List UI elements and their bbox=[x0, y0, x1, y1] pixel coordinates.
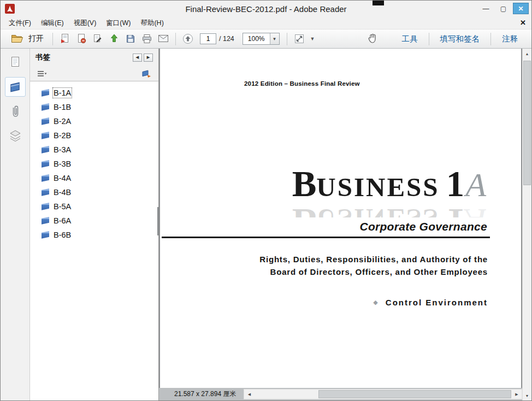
toolbar-overflow-icon[interactable]: ▼ bbox=[308, 36, 318, 42]
zoom-value[interactable]: 100% bbox=[243, 35, 270, 43]
scroll-down-icon[interactable]: ▼ bbox=[523, 391, 531, 400]
scroll-right-icon[interactable]: ▶ bbox=[512, 390, 522, 399]
tools-link[interactable]: 工具 bbox=[395, 34, 425, 44]
folder-open-icon bbox=[11, 33, 24, 45]
vertical-scroll-track[interactable] bbox=[523, 58, 531, 391]
bullet-row: ◆ Control Environment bbox=[373, 298, 488, 307]
export-pdf-icon[interactable] bbox=[73, 31, 90, 46]
expand-panel-icon[interactable]: ▶ bbox=[144, 54, 153, 62]
collapse-panel-icon[interactable]: ◀ bbox=[133, 54, 142, 62]
toolbar-separator bbox=[52, 33, 53, 45]
vertical-scroll-thumb[interactable] bbox=[523, 61, 531, 185]
bookmark-icon bbox=[42, 188, 49, 196]
close-document-icon[interactable]: ✕ bbox=[520, 19, 526, 27]
bookmarks-panel-header: 书签 ◀ ▶ bbox=[30, 49, 158, 66]
zoom-dropdown-icon[interactable]: ▼ bbox=[270, 33, 279, 44]
divider-rule bbox=[162, 237, 490, 238]
bookmark-item[interactable]: B-4A bbox=[30, 171, 158, 185]
horizontal-scroll-thumb[interactable] bbox=[318, 390, 511, 398]
bookmark-item[interactable]: B-6A bbox=[30, 214, 158, 228]
document-status-bar: 21.587 x 27.894 厘米 ◀ ▶ bbox=[159, 388, 522, 400]
sign-icon[interactable] bbox=[90, 31, 106, 46]
fit-window-icon[interactable] bbox=[291, 31, 308, 46]
goto-bookmark-icon[interactable] bbox=[139, 68, 153, 80]
page-up-icon[interactable] bbox=[180, 31, 196, 46]
bookmark-item[interactable]: B-1A bbox=[30, 86, 158, 100]
toolbar: 打开 / 124 100% ▼ bbox=[1, 29, 531, 49]
logo-reflection: BUSINESS1A bbox=[292, 203, 486, 217]
create-pdf-icon[interactable] bbox=[57, 31, 73, 46]
panel-header-buttons: ◀ ▶ bbox=[133, 54, 153, 62]
document-area: 2012 Edition – Business Final Review BUS… bbox=[159, 49, 522, 400]
window-controls: — ▢ ✕ bbox=[478, 3, 529, 14]
open-button-label: 打开 bbox=[28, 34, 44, 44]
toolbar-separator bbox=[175, 33, 176, 45]
menu-edit[interactable]: 编辑(E) bbox=[36, 17, 69, 29]
save-icon[interactable] bbox=[122, 31, 139, 46]
bookmarks-panel-title: 书签 bbox=[36, 52, 50, 62]
bookmarks-toolbar bbox=[30, 66, 158, 81]
bookmark-item[interactable]: B-3A bbox=[30, 143, 158, 157]
bookmark-item[interactable]: B-4B bbox=[30, 185, 158, 199]
page-number-input[interactable] bbox=[200, 33, 216, 44]
bookmark-icon bbox=[42, 217, 49, 225]
page-size-label: 21.587 x 27.894 厘米 bbox=[174, 390, 236, 399]
toolbar-separator bbox=[490, 33, 491, 45]
open-button[interactable]: 打开 bbox=[6, 31, 49, 46]
menu-help[interactable]: 帮助(H) bbox=[135, 17, 168, 29]
page-thumbnails-icon[interactable] bbox=[5, 52, 26, 72]
business-logo: BUSINESS1A BUSINESS1A bbox=[292, 166, 486, 217]
menu-view[interactable]: 视图(V) bbox=[69, 17, 102, 29]
bullet-label: Control Environment bbox=[386, 298, 488, 307]
toolbar-separator bbox=[287, 33, 287, 45]
bookmark-icon bbox=[42, 231, 49, 239]
bookmarks-panel-icon[interactable] bbox=[5, 77, 26, 97]
bookmark-icon bbox=[42, 203, 49, 210]
bookmark-item[interactable]: B-1B bbox=[30, 100, 158, 114]
bookmark-item[interactable]: B-5A bbox=[30, 199, 158, 214]
layers-icon[interactable] bbox=[5, 126, 26, 146]
titlebar: Final-Review-BEC-2012.pdf - Adobe Reader… bbox=[1, 1, 531, 17]
vertical-scrollbar[interactable]: ▲ ▼ bbox=[522, 49, 531, 400]
horizontal-scrollbar[interactable]: ◀ ▶ bbox=[244, 389, 522, 399]
bookmark-icon bbox=[42, 132, 49, 139]
minimize-button[interactable]: — bbox=[478, 3, 494, 14]
page-heading: Rights, Duties, Responsibilities, and Au… bbox=[259, 253, 488, 278]
bookmark-icon bbox=[42, 146, 49, 154]
bookmarks-options-icon[interactable] bbox=[35, 68, 49, 80]
nav-icon-strip bbox=[1, 49, 30, 400]
bookmark-icon bbox=[42, 89, 49, 97]
bookmark-item[interactable]: B-2B bbox=[30, 128, 158, 143]
bookmark-icon bbox=[42, 103, 49, 111]
scroll-left-icon[interactable]: ◀ bbox=[244, 390, 254, 399]
bookmark-item[interactable]: B-3B bbox=[30, 157, 158, 171]
share-icon[interactable] bbox=[106, 31, 122, 46]
menu-window[interactable]: 窗口(W) bbox=[101, 17, 135, 29]
fill-sign-link[interactable]: 填写和签名 bbox=[433, 34, 487, 44]
bookmark-icon bbox=[42, 160, 49, 168]
page-subtitle: Corporate Governance bbox=[359, 220, 487, 233]
main-area: 书签 ◀ ▶ B-1A bbox=[1, 49, 531, 400]
window-title: Final-Review-BEC-2012.pdf - Adobe Reader bbox=[1, 1, 531, 17]
maximize-button[interactable]: ▢ bbox=[495, 3, 511, 14]
pdf-page[interactable]: 2012 Edition – Business Final Review BUS… bbox=[160, 49, 521, 388]
scroll-up-icon[interactable]: ▲ bbox=[523, 49, 531, 58]
hand-tool-icon[interactable] bbox=[364, 31, 381, 46]
toolbar-separator bbox=[429, 33, 429, 45]
print-icon[interactable] bbox=[139, 31, 155, 46]
attachments-icon[interactable] bbox=[5, 102, 26, 121]
logo-text: BUSINESS1A bbox=[292, 166, 486, 202]
screen-artifact bbox=[373, 1, 384, 5]
bookmark-item[interactable]: B-2A bbox=[30, 114, 158, 128]
close-button[interactable]: ✕ bbox=[513, 3, 529, 14]
zoom-control: 100% ▼ bbox=[243, 33, 280, 45]
email-icon[interactable] bbox=[155, 31, 172, 46]
bookmark-icon bbox=[42, 117, 49, 125]
horizontal-scroll-track[interactable] bbox=[254, 390, 512, 399]
comment-link[interactable]: 注释 bbox=[495, 34, 525, 44]
bookmark-list: B-1A B-1B B-2A B-2B B-3A bbox=[30, 81, 158, 400]
bookmark-icon bbox=[42, 174, 49, 182]
bookmark-item[interactable]: B-6B bbox=[30, 228, 158, 242]
bookmarks-panel: 书签 ◀ ▶ B-1A bbox=[30, 49, 159, 400]
menu-file[interactable]: 文件(F) bbox=[4, 17, 36, 29]
